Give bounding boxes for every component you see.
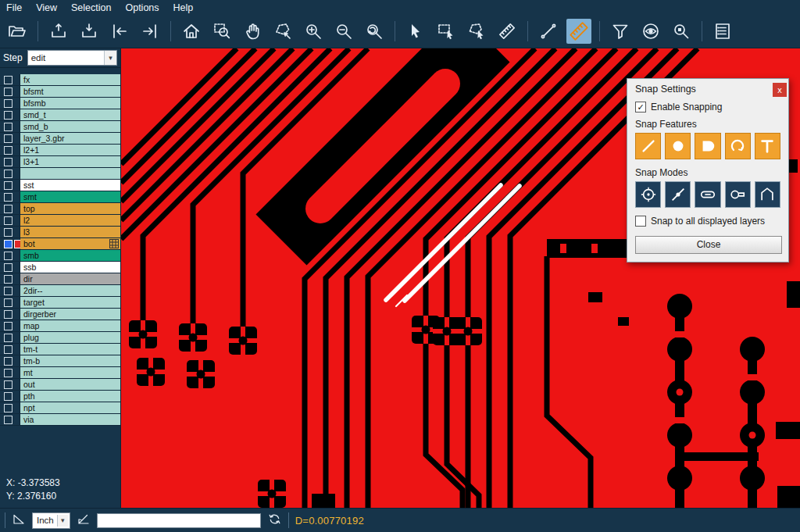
layer-name[interactable]: tm-b — [20, 355, 120, 366]
layer-name[interactable]: top — [20, 203, 120, 214]
layer-name[interactable]: l2 — [20, 215, 120, 226]
line-tool-icon[interactable] — [536, 19, 561, 44]
layer-visibility-checkbox[interactable] — [4, 380, 12, 389]
layer-name[interactable]: sst — [20, 180, 120, 191]
layer-visibility-checkbox[interactable] — [4, 99, 12, 108]
layer-name[interactable]: l3 — [20, 227, 120, 237]
refresh-icon[interactable] — [267, 512, 282, 530]
layer-name[interactable]: bot — [20, 238, 120, 249]
menu-view[interactable]: View — [36, 2, 57, 13]
layer-visibility-checkbox[interactable] — [4, 123, 12, 131]
layer-visibility-checkbox[interactable] — [4, 181, 12, 190]
snap-feature-line-button[interactable] — [635, 133, 661, 159]
zoom-in-icon[interactable] — [301, 19, 326, 44]
layer-row-smt[interactable]: smt — [0, 191, 120, 203]
layer-name[interactable] — [20, 168, 120, 179]
layer-visibility-checkbox[interactable] — [4, 334, 12, 342]
layer-visibility-checkbox[interactable] — [4, 392, 12, 401]
layer-row-npt[interactable]: npt — [0, 402, 120, 414]
snap-feature-circle-button[interactable] — [665, 133, 691, 159]
layer-visibility-checkbox[interactable] — [4, 111, 12, 120]
angle-mode-icon[interactable] — [12, 512, 26, 529]
layer-name[interactable]: target — [20, 297, 120, 308]
layer-visibility-checkbox[interactable] — [4, 252, 12, 260]
layer-visibility-checkbox[interactable] — [4, 369, 12, 377]
layer-name[interactable]: smd_t — [20, 109, 120, 120]
snap-mode-outline-button[interactable] — [755, 181, 780, 208]
layer-row-l2[interactable]: l2 — [0, 215, 120, 227]
layer-name[interactable]: dirgerber — [20, 309, 120, 320]
layer-visibility-checkbox[interactable] — [4, 240, 12, 248]
layer-name[interactable]: plug — [20, 332, 120, 343]
layer-row-smd_t[interactable]: smd_t — [0, 109, 120, 121]
import-icon[interactable] — [77, 19, 102, 44]
layer-visibility-checkbox[interactable] — [4, 416, 12, 424]
command-input[interactable] — [97, 513, 261, 528]
layer-row-layer_3.gbr[interactable]: layer_3.gbr — [0, 133, 120, 145]
layer-name[interactable]: mt — [20, 367, 120, 378]
layer-name[interactable]: dir — [20, 273, 120, 284]
snap-mode-center-button[interactable] — [635, 181, 661, 208]
layer-row-2dir--[interactable]: 2dir-- — [0, 285, 120, 297]
export-icon[interactable] — [46, 19, 71, 44]
layer-visibility-checkbox[interactable] — [4, 134, 12, 143]
layer-name[interactable]: ssb — [20, 262, 120, 273]
snap-mode-point-on-line-button[interactable] — [665, 181, 691, 208]
layer-row-l2+1[interactable]: l2+1 — [0, 145, 120, 156]
layer-visibility-checkbox[interactable] — [4, 404, 12, 412]
dialog-titlebar[interactable]: Snap Settings x — [627, 79, 788, 98]
layer-row-plug[interactable]: plug — [0, 332, 120, 344]
layer-visibility-checkbox[interactable] — [4, 146, 12, 155]
layer-row-tm-t[interactable]: tm-t — [0, 344, 120, 355]
report-icon[interactable] — [710, 19, 735, 44]
layer-row-l3[interactable]: l3 — [0, 227, 120, 238]
snap-feature-arc-button[interactable] — [725, 133, 751, 159]
select-rectangle-icon[interactable] — [434, 19, 459, 44]
zoom-window-icon[interactable] — [209, 19, 234, 44]
zoom-out-icon[interactable] — [331, 19, 356, 44]
search-object-icon[interactable] — [669, 19, 694, 44]
layer-visibility-checkbox[interactable] — [4, 87, 12, 96]
layer-row-map[interactable]: map — [0, 320, 120, 332]
enable-snapping-checkbox[interactable]: ✓ — [635, 102, 646, 112]
move-out-right-icon[interactable] — [138, 19, 162, 44]
step-dropdown[interactable]: edit ▾ — [27, 50, 117, 66]
layer-name[interactable]: bfsmb — [20, 98, 120, 109]
layer-visibility-checkbox[interactable] — [4, 193, 12, 202]
snap-feature-text-button[interactable] — [755, 133, 780, 159]
layer-name[interactable]: fx — [20, 74, 120, 85]
layer-row-l3+1[interactable]: l3+1 — [0, 156, 120, 168]
layer-name[interactable]: bfsmt — [20, 86, 120, 97]
snap-mode-slot-button[interactable] — [695, 181, 720, 208]
layer-row-target[interactable]: target — [0, 297, 120, 309]
layer-visibility-checkbox[interactable] — [4, 322, 12, 330]
units-dropdown[interactable]: Inch ▾ — [32, 512, 70, 529]
layer-name[interactable]: out — [20, 379, 120, 390]
layer-row-smd_b[interactable]: smd_b — [0, 121, 120, 133]
layer-visibility-checkbox[interactable] — [4, 310, 12, 319]
layer-row-sst[interactable]: sst — [0, 180, 120, 191]
layer-row-smb[interactable]: smb — [0, 250, 120, 262]
layer-row-dirgerber[interactable]: dirgerber — [0, 309, 120, 320]
view-options-icon[interactable] — [638, 19, 663, 44]
menu-selection[interactable]: Selection — [71, 2, 111, 13]
layer-visibility-checkbox[interactable] — [4, 216, 12, 225]
chevron-down-icon[interactable]: ▾ — [104, 51, 116, 65]
layer-row-via[interactable]: via — [0, 414, 120, 426]
layer-name[interactable]: smt — [20, 191, 120, 202]
layer-name[interactable]: map — [20, 320, 120, 331]
chevron-down-icon[interactable]: ▾ — [57, 515, 68, 527]
layer-row-bot[interactable]: bot — [0, 238, 120, 250]
zoom-polygon-icon[interactable] — [270, 19, 295, 44]
filter-icon[interactable] — [608, 19, 633, 44]
layer-visibility-checkbox[interactable] — [4, 263, 12, 272]
layer-name[interactable]: pth — [20, 391, 120, 402]
layer-visibility-checkbox[interactable] — [4, 158, 12, 166]
layer-name[interactable]: tm-t — [20, 344, 120, 355]
layer-row-tm-b[interactable]: tm-b — [0, 355, 120, 367]
layer-row-bfsmt[interactable]: bfsmt — [0, 86, 120, 98]
snap-feature-pad-button[interactable] — [695, 133, 720, 159]
layer-row-dir[interactable]: dir — [0, 273, 120, 285]
layer-row-top[interactable]: top — [0, 203, 120, 215]
menu-options[interactable]: Options — [125, 2, 159, 13]
